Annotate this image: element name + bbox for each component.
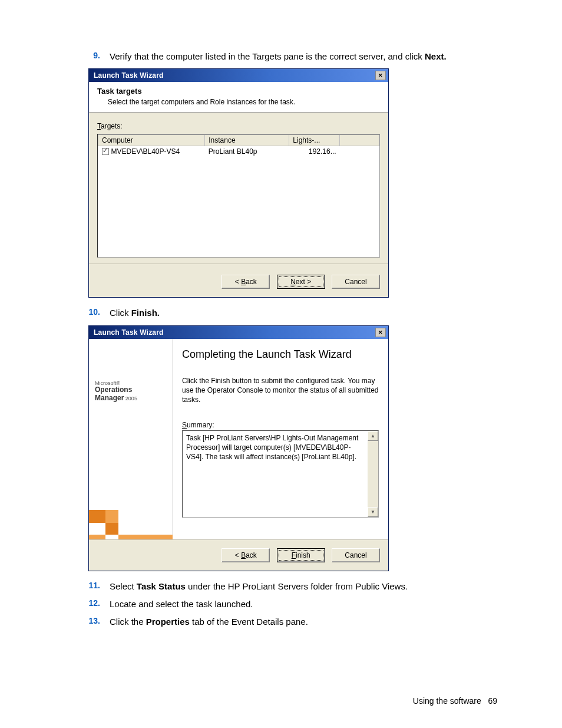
- step-number: 13.: [88, 616, 110, 628]
- launch-task-wizard-complete-dialog: Launch Task Wizard Microsoft® Operations…: [88, 325, 389, 571]
- wizard-sidebar: Microsoft® Operations Manager 2005: [89, 339, 173, 539]
- dialog-heading: Task targets: [97, 87, 382, 95]
- col-lights[interactable]: Lights-...: [289, 135, 340, 146]
- summary-textbox[interactable]: Task [HP ProLiant Servers\HP Lights-Out …: [183, 431, 368, 517]
- step-text-a: Click the: [110, 617, 146, 627]
- cell-lights: 192.16...: [289, 146, 340, 157]
- cell-computer-text: MVEDEV\BL40P-VS4: [111, 147, 180, 156]
- back-button[interactable]: < Back: [222, 548, 270, 562]
- summary-label-accel: S: [182, 421, 187, 429]
- step-text: Click the Properties tab of the Event De…: [110, 616, 308, 628]
- step-text: Select Task Status under the HP ProLiant…: [110, 581, 408, 592]
- scroll-down-icon[interactable]: ▼: [368, 507, 378, 517]
- button-row: < Back Next > Cancel: [89, 263, 388, 297]
- wizard-main: Completing the Launch Task Wizard Click …: [173, 339, 388, 539]
- next-button[interactable]: Next >: [277, 275, 325, 289]
- step-text-c: tab of the Event Details pane.: [190, 617, 308, 627]
- summary-label-rest: ummary:: [187, 421, 214, 429]
- checkbox-icon[interactable]: [102, 148, 109, 155]
- step-11: 11. Select Task Status under the HP ProL…: [88, 581, 497, 592]
- col-spacer: [340, 135, 379, 146]
- step-text-bold: Properties: [146, 617, 190, 627]
- col-computer[interactable]: Computer: [98, 135, 205, 146]
- step-text: Click Finish.: [110, 307, 160, 319]
- brand-line2: Operations: [95, 386, 166, 394]
- summary-box-container: Task [HP ProLiant Servers\HP Lights-Out …: [182, 430, 379, 518]
- footer-page-number: 69: [488, 696, 497, 706]
- dialog-body: Microsoft® Operations Manager 2005 Compl…: [89, 339, 388, 539]
- footer-label: Using the software: [413, 696, 481, 706]
- dialog-title: Launch Task Wizard: [94, 71, 375, 80]
- table-header-row: Computer Instance Lights-...: [98, 135, 379, 146]
- step-text: Verify that the computer listed in the T…: [110, 51, 447, 62]
- cell-instance: ProLiant BL40p: [205, 146, 289, 157]
- close-icon[interactable]: [375, 328, 386, 337]
- scrollbar[interactable]: ▲ ▼: [368, 431, 378, 517]
- cancel-button[interactable]: Cancel: [332, 275, 380, 289]
- cell-computer: MVEDEV\BL40P-VS4: [98, 146, 205, 157]
- step-13: 13. Click the Properties tab of the Even…: [88, 616, 497, 628]
- summary-label: Summary:: [182, 421, 379, 429]
- dialog-header: Task targets Select the target computers…: [89, 82, 388, 113]
- back-button[interactable]: < Back: [222, 275, 270, 289]
- cancel-button[interactable]: Cancel: [332, 548, 380, 562]
- step-10: 10. Click Finish.: [88, 307, 497, 319]
- col-instance[interactable]: Instance: [205, 135, 289, 146]
- table-row[interactable]: MVEDEV\BL40P-VS4 ProLiant BL40p 192.16..…: [98, 146, 379, 157]
- completion-description: Click the Finish button to submit the co…: [182, 376, 379, 405]
- step-number: 11.: [88, 581, 110, 592]
- titlebar[interactable]: Launch Task Wizard: [89, 69, 388, 82]
- scroll-up-icon[interactable]: ▲: [368, 431, 378, 441]
- step-text-a: Click: [110, 308, 131, 318]
- close-icon[interactable]: [375, 71, 386, 80]
- step-number: 9.: [88, 51, 110, 62]
- step-text-a: Select: [110, 581, 137, 591]
- page-footer: Using the software 69: [413, 696, 497, 706]
- step-text: Locate and select the task launched.: [110, 598, 253, 610]
- button-row: < Back Finish Cancel: [89, 539, 388, 571]
- launch-task-wizard-targets-dialog: Launch Task Wizard Task targets Select t…: [88, 68, 389, 298]
- targets-label-rest: argets:: [101, 122, 123, 130]
- step-text-a: Verify that the computer listed in the T…: [110, 51, 425, 61]
- finish-button[interactable]: Finish: [277, 548, 325, 562]
- dialog-body: Targets: Computer Instance Lights-... MV…: [89, 113, 388, 263]
- step-number: 12.: [88, 598, 110, 610]
- decorative-squares: [89, 504, 172, 539]
- completion-title: Completing the Launch Task Wizard: [182, 348, 379, 361]
- step-number: 10.: [88, 307, 110, 319]
- dialog-subheading: Select the target computers and Role ins…: [108, 98, 382, 106]
- targets-label: Targets:: [97, 122, 380, 130]
- step-9: 9. Verify that the computer listed in th…: [88, 51, 497, 62]
- step-text-bold: Next.: [425, 51, 447, 61]
- step-text-bold: Finish.: [131, 308, 160, 318]
- titlebar[interactable]: Launch Task Wizard: [89, 326, 388, 339]
- step-text-c: under the HP ProLiant Servers folder fro…: [186, 581, 408, 591]
- targets-listbox[interactable]: Computer Instance Lights-... MVEDEV\BL40…: [97, 134, 380, 258]
- step-12: 12. Locate and select the task launched.: [88, 598, 497, 610]
- step-text-bold: Task Status: [137, 581, 186, 591]
- brand-line3: Manager 2005: [95, 394, 166, 402]
- dialog-title: Launch Task Wizard: [94, 328, 375, 337]
